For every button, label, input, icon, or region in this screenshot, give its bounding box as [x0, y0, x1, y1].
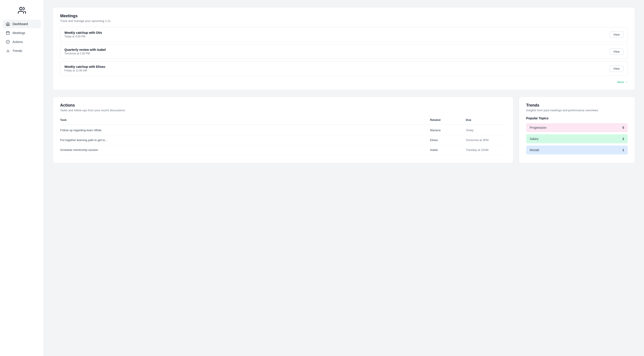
table-row: Schedule mentorship session Isabel Tuesd…: [60, 145, 506, 155]
task-due: Today: [466, 128, 506, 132]
meeting-item: Weekly catchup with Otis Today at 4:00 P…: [60, 27, 628, 42]
meetings-subtitle: Track and manage your upcoming 1:1s: [60, 19, 628, 23]
sidebar: Dashboard Meetings Actions: [0, 0, 44, 356]
task-related: Mariana: [430, 128, 466, 132]
sidebar-item-actions[interactable]: Actions: [3, 38, 41, 46]
col-header-due: Due: [466, 118, 506, 122]
meeting-item: Weekly catchup with Eliseo Friday at 11:…: [60, 61, 628, 76]
meeting-info: Weekly catchup with Otis Today at 4:00 P…: [64, 31, 102, 38]
actions-card: Actions Tasks and follow-ups from your r…: [53, 96, 514, 163]
topic-bar-morale: Morale 1: [526, 145, 628, 154]
svg-point-0: [20, 8, 22, 10]
popular-topics-label: Popular Topics: [526, 116, 628, 120]
meetings-title: Meetings: [60, 14, 628, 18]
check-circle-icon: [6, 40, 10, 44]
calendar-icon: [6, 31, 10, 35]
sidebar-item-trends[interactable]: Trends: [3, 47, 41, 55]
view-meeting-button[interactable]: View: [610, 31, 624, 38]
col-header-task: Task: [60, 118, 430, 122]
bottom-row: Actions Tasks and follow-ups from your r…: [53, 96, 635, 163]
actions-title: Actions: [60, 103, 506, 108]
topic-bar-salary: Salary 2: [526, 134, 628, 143]
table-row: Put together learning path to get to... …: [60, 135, 506, 145]
task-due: Tomorrow at 3PM: [466, 138, 506, 142]
col-header-related: Related: [430, 118, 466, 122]
task-due: Tuesday at 10AM: [466, 148, 506, 151]
sidebar-item-label: Trends: [12, 49, 22, 53]
meeting-item: Quarterly review with Isabel Tomorrow at…: [60, 44, 628, 59]
meeting-time: Today at 4:00 PM: [64, 35, 102, 38]
sidebar-item-meetings[interactable]: Meetings: [3, 29, 41, 37]
table-row: Follow up regarding team offsite Mariana…: [60, 125, 506, 135]
trends-card: Trends Insights from past meetings and p…: [519, 96, 635, 163]
sidebar-navigation: Dashboard Meetings Actions: [0, 20, 44, 55]
meeting-info: Weekly catchup with Eliseo Friday at 11:…: [64, 65, 105, 72]
meeting-name: Weekly catchup with Otis: [64, 31, 102, 35]
meeting-time: Friday at 11:00 AM: [64, 69, 105, 72]
sidebar-item-dashboard[interactable]: Dashboard: [3, 20, 41, 28]
actions-subtitle: Tasks and follow-ups from your recent di…: [60, 109, 506, 112]
topic-count: 5: [622, 126, 624, 129]
trends-subtitle: Insights from past meetings and performa…: [526, 109, 628, 112]
app-logo: [0, 5, 44, 20]
trends-title: Trends: [526, 103, 628, 108]
topic-count: 2: [622, 137, 624, 141]
topic-count: 1: [622, 148, 624, 152]
task-name: Follow up regarding team offsite: [60, 128, 430, 132]
topic-name: Salary: [530, 137, 539, 141]
home-icon: [6, 22, 10, 26]
actions-table-header: Task Related Due: [60, 116, 506, 124]
meeting-info: Quarterly review with Isabel Tomorrow at…: [64, 48, 106, 55]
sidebar-item-label: Dashboard: [12, 22, 28, 26]
svg-rect-1: [6, 32, 10, 35]
task-related: Eliseo: [430, 138, 466, 142]
view-meeting-button[interactable]: View: [610, 65, 624, 72]
meeting-name: Weekly catchup with Eliseo: [64, 65, 105, 69]
task-name: Put together learning path to get to...: [60, 138, 430, 142]
sidebar-item-label: Actions: [12, 40, 23, 44]
meeting-name: Quarterly review with Isabel: [64, 48, 106, 52]
topic-name: Morale: [530, 148, 539, 152]
people-icon: [18, 6, 26, 14]
bar-chart-icon: [6, 49, 10, 53]
meetings-card: Meetings Track and manage your upcoming …: [53, 7, 635, 90]
more-link[interactable]: More →: [60, 80, 628, 84]
topic-name: Progression: [530, 126, 546, 129]
task-name: Schedule mentorship session: [60, 148, 430, 151]
sidebar-item-label: Meetings: [12, 31, 25, 35]
view-meeting-button[interactable]: View: [610, 48, 624, 55]
main-content: Meetings Track and manage your upcoming …: [44, 0, 644, 356]
meeting-time: Tomorrow at 1:00 PM: [64, 52, 106, 55]
task-related: Isabel: [430, 148, 466, 151]
topic-bar-progression: Progression 5: [526, 123, 628, 132]
